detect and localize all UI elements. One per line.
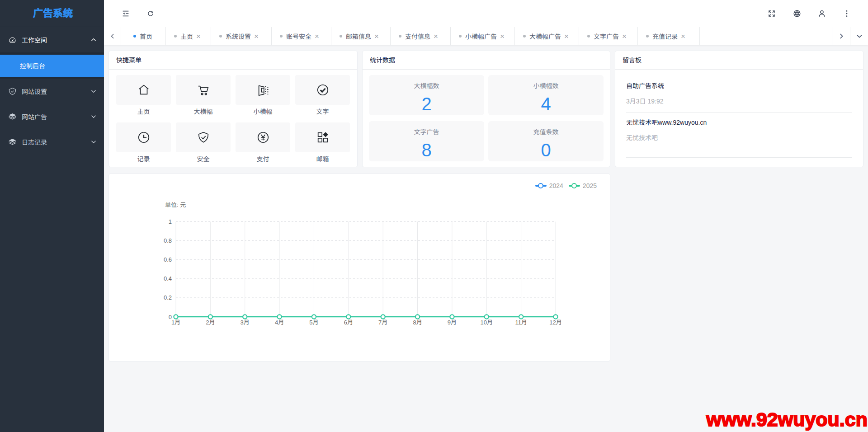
svg-text:6月: 6月: [344, 319, 353, 326]
svg-text:11月: 11月: [515, 319, 527, 326]
svg-text:12月: 12月: [549, 319, 561, 326]
svg-text:0.4: 0.4: [164, 275, 172, 282]
svg-text:9月: 9月: [448, 319, 457, 326]
svg-text:0.2: 0.2: [164, 294, 172, 301]
svg-text:8月: 8月: [413, 319, 422, 326]
svg-text:7月: 7月: [378, 319, 387, 326]
svg-text:0.6: 0.6: [164, 256, 172, 263]
svg-text:4月: 4月: [275, 319, 284, 326]
svg-text:2月: 2月: [206, 319, 215, 326]
svg-text:3月: 3月: [241, 319, 250, 326]
svg-text:1月: 1月: [171, 319, 180, 326]
svg-text:5月: 5月: [309, 319, 318, 326]
svg-text:0.8: 0.8: [164, 237, 172, 244]
svg-text:10月: 10月: [481, 319, 493, 326]
svg-text:1: 1: [169, 218, 172, 225]
